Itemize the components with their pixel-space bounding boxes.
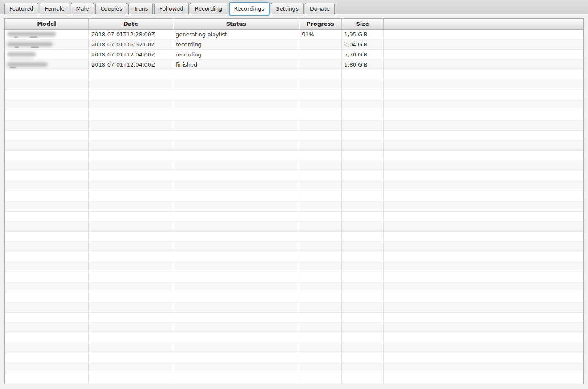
empty-table-row[interactable] bbox=[5, 353, 583, 363]
empty-table-row[interactable] bbox=[5, 272, 583, 282]
cell-filler bbox=[384, 262, 583, 272]
empty-table-row[interactable] bbox=[5, 262, 583, 272]
cell-progress bbox=[299, 191, 342, 201]
empty-table-row[interactable] bbox=[5, 141, 583, 151]
empty-table-row[interactable] bbox=[5, 323, 583, 333]
empty-table-row[interactable] bbox=[5, 303, 583, 313]
cell-filler bbox=[384, 282, 583, 292]
empty-table-row[interactable] bbox=[5, 242, 583, 252]
table-row[interactable]: 2018-07-01T12:04:00Zfinished1,80 GiB bbox=[5, 60, 583, 70]
cell-size bbox=[342, 282, 384, 292]
cell-date: 2018-07-01T12:04:00Z bbox=[89, 50, 173, 59]
tab-trans[interactable]: Trans bbox=[128, 3, 153, 14]
cell-date bbox=[89, 282, 173, 292]
empty-table-row[interactable] bbox=[5, 90, 583, 100]
cell-date bbox=[89, 90, 173, 100]
tab-settings[interactable]: Settings bbox=[271, 3, 303, 14]
redacted-model-name bbox=[7, 30, 88, 39]
tab-donate[interactable]: Donate bbox=[305, 3, 335, 14]
empty-table-row[interactable] bbox=[5, 363, 583, 373]
tab-recording[interactable]: Recording bbox=[190, 3, 227, 14]
cell-progress bbox=[299, 373, 342, 383]
cell-status bbox=[173, 191, 299, 201]
cell-size: 1,95 GiB bbox=[342, 30, 384, 39]
cell-model bbox=[5, 60, 89, 70]
cell-size bbox=[342, 141, 384, 150]
empty-table-row[interactable] bbox=[5, 100, 583, 110]
cell-filler bbox=[384, 181, 583, 191]
cell-status bbox=[173, 363, 299, 373]
cell-status bbox=[173, 373, 299, 383]
table-row[interactable]: 2018-07-01T16:52:00Zrecording0,04 GiB bbox=[5, 40, 583, 50]
table-row[interactable]: 2018-07-01T12:04:00Zrecording5,70 GiB bbox=[5, 50, 583, 60]
empty-table-row[interactable] bbox=[5, 333, 583, 343]
cell-status bbox=[173, 282, 299, 292]
cell-date bbox=[89, 80, 173, 90]
cell-model bbox=[5, 353, 89, 363]
tab-male[interactable]: Male bbox=[71, 3, 94, 14]
empty-table-row[interactable] bbox=[5, 232, 583, 242]
cell-model bbox=[5, 141, 89, 150]
tab-female[interactable]: Female bbox=[40, 3, 69, 14]
empty-table-row[interactable] bbox=[5, 282, 583, 292]
cell-model bbox=[5, 232, 89, 241]
cell-size bbox=[342, 80, 384, 90]
empty-table-row[interactable] bbox=[5, 121, 583, 131]
empty-table-row[interactable] bbox=[5, 161, 583, 171]
cell-date bbox=[89, 353, 173, 363]
column-header-progress[interactable]: Progress bbox=[299, 19, 342, 29]
cell-progress bbox=[299, 292, 342, 302]
cell-status bbox=[173, 100, 299, 110]
redacted-model-name bbox=[7, 60, 88, 70]
column-header-filler bbox=[384, 19, 583, 29]
empty-table-row[interactable] bbox=[5, 80, 583, 90]
empty-table-row[interactable] bbox=[5, 201, 583, 212]
cell-progress bbox=[299, 201, 342, 211]
empty-table-row[interactable] bbox=[5, 212, 583, 222]
cell-date bbox=[89, 121, 173, 130]
cell-model bbox=[5, 40, 89, 49]
empty-table-row[interactable] bbox=[5, 252, 583, 262]
empty-table-row[interactable] bbox=[5, 313, 583, 323]
column-header-date[interactable]: Date bbox=[89, 19, 173, 29]
empty-table-row[interactable] bbox=[5, 292, 583, 303]
cell-progress bbox=[299, 161, 342, 171]
cell-progress bbox=[299, 70, 342, 80]
tab-recordings[interactable]: Recordings bbox=[229, 2, 270, 16]
column-header-model[interactable]: Model bbox=[5, 19, 89, 29]
cell-status bbox=[173, 131, 299, 140]
empty-table-row[interactable] bbox=[5, 70, 583, 80]
empty-table-row[interactable] bbox=[5, 110, 583, 121]
tab-couples[interactable]: Couples bbox=[95, 3, 127, 14]
cell-model bbox=[5, 252, 89, 262]
cell-progress bbox=[299, 282, 342, 292]
cell-size bbox=[342, 363, 384, 373]
cell-progress bbox=[299, 50, 342, 59]
cell-size bbox=[342, 181, 384, 191]
cell-size bbox=[342, 110, 384, 120]
empty-table-row[interactable] bbox=[5, 131, 583, 141]
cell-status bbox=[173, 343, 299, 353]
tab-bar: FeaturedFemaleMaleCouplesTransFollowedRe… bbox=[0, 0, 588, 14]
empty-table-row[interactable] bbox=[5, 343, 583, 353]
tab-featured[interactable]: Featured bbox=[4, 3, 38, 14]
empty-table-row[interactable] bbox=[5, 373, 583, 384]
cell-size bbox=[342, 151, 384, 161]
table-row[interactable]: 2018-07-01T12:28:00Zgenerating playlist9… bbox=[5, 30, 583, 40]
column-header-status[interactable]: Status bbox=[173, 19, 299, 29]
cell-model bbox=[5, 323, 89, 333]
cell-progress bbox=[299, 363, 342, 373]
tab-followed[interactable]: Followed bbox=[154, 3, 188, 14]
empty-table-row[interactable] bbox=[5, 222, 583, 232]
column-header-size[interactable]: Size bbox=[342, 19, 384, 29]
cell-model bbox=[5, 272, 89, 282]
cell-model bbox=[5, 161, 89, 171]
cell-model bbox=[5, 110, 89, 120]
cell-filler bbox=[384, 242, 583, 252]
empty-table-row[interactable] bbox=[5, 181, 583, 191]
empty-table-row[interactable] bbox=[5, 151, 583, 161]
cell-date bbox=[89, 272, 173, 282]
cell-progress bbox=[299, 343, 342, 353]
empty-table-row[interactable] bbox=[5, 171, 583, 181]
empty-table-row[interactable] bbox=[5, 191, 583, 201]
